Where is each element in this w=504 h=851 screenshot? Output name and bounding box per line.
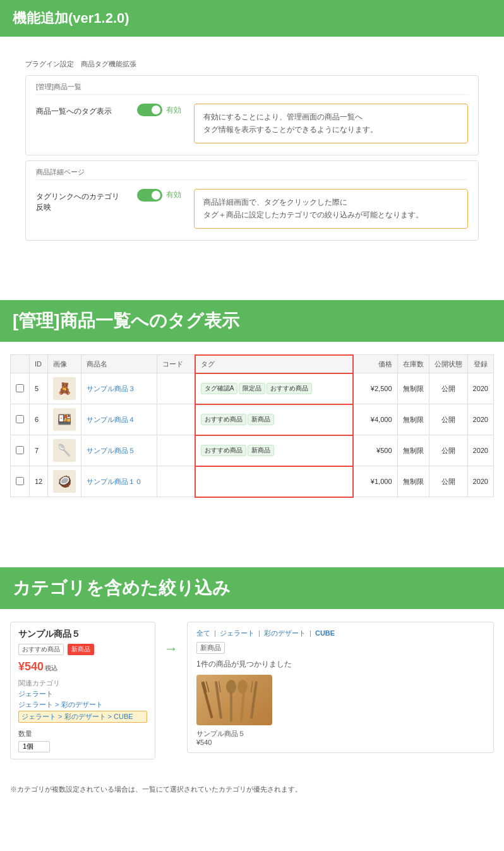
- info-box-1-line1: 有効にすることにより、管理画面の商品一覧へ: [203, 111, 459, 123]
- tag-pill[interactable]: タグ確認A: [201, 383, 238, 394]
- row-id-cell: 6: [30, 404, 48, 435]
- row-stock-cell: 無制限: [397, 404, 429, 435]
- col-header-img: 画像: [48, 355, 81, 373]
- row-checkbox[interactable]: [16, 446, 24, 454]
- row-year-cell: 2020: [467, 404, 493, 435]
- related-link-1[interactable]: ジェラート: [18, 689, 147, 699]
- settings-row-1: 商品一覧へのタグ表示 有効 有効にすることにより、管理画面の商品一覧へ タグ情報…: [36, 99, 468, 148]
- row-checkbox-cell: [11, 373, 30, 404]
- row-name-cell: サンプル商品１０: [81, 466, 157, 497]
- breadcrumb-sep2: |: [258, 629, 262, 637]
- table-row: 6 🍱 サンプル商品４ おすすめ商品新商品 ¥4,000 無制限 公開 2020: [11, 404, 494, 435]
- product-tag-2[interactable]: 新商品: [68, 644, 94, 655]
- tag-pill[interactable]: 限定品: [239, 383, 265, 394]
- row-status-cell: 公開: [429, 435, 467, 466]
- row-stock-cell: 無制限: [397, 435, 429, 466]
- col-header-price: 価格: [353, 355, 397, 373]
- settings-row-1-label: 商品一覧へのタグ表示: [36, 104, 124, 117]
- row-name-cell: サンプル商品５: [81, 435, 157, 466]
- breadcrumb-sep3: |: [309, 629, 313, 637]
- product-thumbnail: 🍱: [53, 408, 76, 431]
- product-thumbnail: 🥥: [53, 470, 76, 493]
- product-tag-1[interactable]: おすすめ商品: [18, 644, 64, 655]
- tag-pill[interactable]: おすすめ商品: [201, 445, 246, 456]
- info-box-1: 有効にすることにより、管理画面の商品一覧へ タグ情報を表示することができるように…: [194, 104, 468, 143]
- arrow-icon: →: [164, 641, 178, 657]
- svg-point-9: [237, 679, 248, 694]
- svg-rect-8: [240, 690, 245, 721]
- row-code-cell: [157, 404, 195, 435]
- product-detail-title: サンプル商品５: [18, 629, 147, 640]
- table-row: 12 🥥 サンプル商品１０ ¥1,000 無制限 公開 2020: [11, 466, 494, 497]
- row-checkbox[interactable]: [16, 477, 24, 485]
- filter-demo: サンプル商品５ おすすめ商品 新商品 ¥540税込 関連カテゴリ ジェラート ジ…: [10, 622, 494, 759]
- col-header-reg: 登録: [467, 355, 493, 373]
- tag-pill[interactable]: おすすめ商品: [267, 383, 312, 394]
- col-header-stock: 在庫数: [397, 355, 429, 373]
- admin-list-header: [管理]商品一覧へのタグ表示: [0, 300, 504, 342]
- settings-row-2: タグリンクへのカテゴリ反映 有効 商品詳細画面で、タグをクリックした際に タグ＋…: [36, 184, 468, 234]
- product-tag-group: おすすめ商品 新商品: [18, 644, 147, 655]
- feature-title: 機能追加(ver1.2.0): [13, 10, 129, 26]
- filter-section: サンプル商品５ おすすめ商品 新商品 ¥540税込 関連カテゴリ ジェラート ジ…: [10, 622, 494, 759]
- table-header-row: ID 画像 商品名 コード タグ 価格 在庫数 公開状態 登録: [11, 355, 494, 373]
- row-status-cell: 公開: [429, 373, 467, 404]
- svg-rect-6: [230, 691, 232, 722]
- settings-section-label-1: [管理]商品一覧: [36, 82, 468, 95]
- arrow-indicator: →: [155, 622, 187, 657]
- svg-rect-5: [219, 681, 221, 692]
- row-name-cell: サンプル商品４: [81, 404, 157, 435]
- row-img-cell: 🥄: [48, 435, 81, 466]
- toggle-2[interactable]: [137, 189, 162, 202]
- toggle-group-1[interactable]: 有効: [137, 104, 181, 116]
- toggle-group-2[interactable]: 有効: [137, 189, 181, 202]
- row-tag-cell: おすすめ商品新商品: [195, 404, 353, 435]
- tag-pill[interactable]: 新商品: [248, 414, 274, 425]
- toggle-2-label: 有効: [166, 190, 181, 200]
- info-box-2: 商品詳細画面で、タグをクリックした際に タグ＋商品に設定したカテゴリでの絞り込み…: [194, 189, 468, 229]
- footer-note: ※カテゴリが複数設定されている場合は、一覧にて選択されていたカテゴリが優先されま…: [0, 778, 504, 807]
- product-table: ID 画像 商品名 コード タグ 価格 在庫数 公開状態 登録 5 🧸 サンプル…: [10, 354, 494, 498]
- product-name-link[interactable]: サンプル商品３: [87, 385, 135, 392]
- toggle-1[interactable]: [137, 104, 162, 116]
- col-header-status: 公開状態: [429, 355, 467, 373]
- row-code-cell: [157, 373, 195, 404]
- product-name-link[interactable]: サンプル商品５: [87, 447, 135, 454]
- row-price-cell: ¥1,000: [353, 466, 397, 497]
- qty-input[interactable]: [18, 741, 50, 752]
- row-name-cell: サンプル商品３: [81, 373, 157, 404]
- result-product-price: ¥540: [196, 739, 484, 746]
- breadcrumb-cat3[interactable]: CUBE: [315, 629, 335, 637]
- product-price: ¥540税込: [18, 660, 147, 673]
- utensil-svg: [200, 678, 269, 722]
- row-checkbox-cell: [11, 435, 30, 466]
- info-box-2-line2: タグ＋商品に設定したカテゴリでの絞り込みが可能となります。: [203, 208, 459, 221]
- tag-pill[interactable]: おすすめ商品: [201, 414, 246, 425]
- row-checkbox[interactable]: [16, 415, 24, 423]
- info-box-2-line1: 商品詳細画面で、タグをクリックした際に: [203, 196, 459, 208]
- product-name-link[interactable]: サンプル商品１０: [87, 478, 142, 485]
- settings-section-label-2: 商品詳細ページ: [36, 167, 468, 180]
- product-detail-card: サンプル商品５ おすすめ商品 新商品 ¥540税込 関連カテゴリ ジェラート ジ…: [10, 622, 155, 759]
- breadcrumb-sep1: |: [214, 629, 218, 637]
- related-link-3[interactable]: ジェラート > 彩のデザート > CUBE: [18, 711, 147, 723]
- tag-pill[interactable]: 新商品: [248, 445, 274, 456]
- svg-point-7: [226, 680, 236, 694]
- row-checkbox[interactable]: [16, 384, 24, 392]
- row-checkbox-cell: [11, 466, 30, 497]
- svg-rect-3: [215, 681, 222, 719]
- filter-breadcrumb: 全て | ジェラート | 彩のデザート | CUBE: [196, 629, 484, 638]
- feature-header: 機能追加(ver1.2.0): [0, 0, 504, 37]
- product-name-link[interactable]: サンプル商品４: [87, 416, 135, 423]
- row-checkbox-cell: [11, 404, 30, 435]
- breadcrumb-cat2[interactable]: 彩のデザート: [264, 629, 306, 637]
- breadcrumb-cat1[interactable]: ジェラート: [220, 629, 255, 637]
- row-id-cell: 7: [30, 435, 48, 466]
- result-count: 1件の商品が見つかりました: [196, 659, 484, 670]
- new-item-filter-label: 新商品: [196, 642, 225, 654]
- plugin-breadcrumb: プラグイン設定 商品タグ機能拡張: [25, 59, 479, 69]
- category-filter-header: カテゴリを含めた絞り込み: [0, 567, 504, 609]
- related-link-2[interactable]: ジェラート > 彩のデザート: [18, 700, 147, 709]
- breadcrumb-all[interactable]: 全て: [196, 629, 210, 637]
- result-product-name: サンプル商品５: [196, 729, 484, 739]
